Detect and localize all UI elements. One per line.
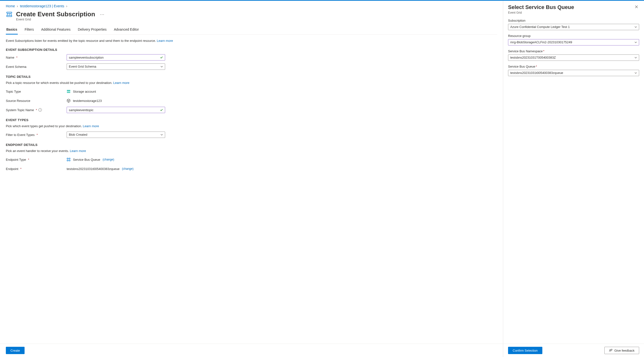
label-sb-namespace: Service Bus Namespace* — [508, 49, 639, 53]
breadcrumb-home[interactable]: Home — [6, 4, 15, 8]
tab-additional-features[interactable]: Additional Features — [40, 26, 71, 34]
confirm-selection-button[interactable]: Confirm Selection — [508, 347, 542, 354]
label-sb-queue: Service Bus Queue* — [508, 65, 639, 68]
svg-rect-0 — [7, 12, 12, 13]
endpoint-type-change[interactable]: change — [103, 158, 114, 161]
give-feedback-button[interactable]: Give feedback — [604, 347, 639, 354]
endpoint-type-value: Service Bus Queue — [73, 158, 100, 162]
more-actions-button[interactable]: ⋯ — [98, 11, 106, 18]
svg-rect-7 — [67, 160, 68, 161]
label-subscription: Subscription — [508, 19, 639, 22]
intro-text-body: Event Subscriptions listen for events em… — [6, 39, 157, 42]
svg-point-9 — [610, 350, 610, 350]
topic-helper: Pick a topic resource for which events s… — [6, 81, 497, 85]
topic-type-value: Storage account — [73, 90, 96, 94]
svg-rect-2 — [67, 90, 70, 91]
svg-rect-10 — [611, 349, 612, 350]
create-button[interactable]: Create — [6, 347, 24, 354]
subscription-select[interactable]: Azure Confidential Compute Ledger Test 1 — [508, 24, 639, 30]
tabs: Basics Filters Additional Features Deliv… — [6, 26, 497, 34]
give-feedback-label: Give feedback — [614, 349, 634, 352]
svg-rect-3 — [67, 91, 70, 92]
panel-title: Select Service Bus Queue — [508, 4, 634, 10]
intro-text: Event Subscriptions listen for events em… — [6, 39, 497, 42]
event-grid-icon — [6, 11, 13, 18]
sb-queue-select[interactable]: testsbns20231031t005400383zqueue — [508, 70, 639, 76]
info-icon[interactable]: i — [38, 108, 42, 112]
label-filter-event-types: Filter to Event Types* — [6, 133, 67, 137]
cube-icon — [67, 99, 70, 103]
label-source-resource: Source Resource — [6, 99, 67, 103]
select-queue-panel: Select Service Bus Queue Event Grid Subs… — [503, 1, 644, 357]
endpoint-helper: Pick an event handler to receive your ev… — [6, 149, 497, 153]
label-resource-group: Resource group — [508, 34, 639, 38]
panel-close-button[interactable] — [634, 4, 639, 10]
event-types-helper: Pick which event types get pushed to you… — [6, 124, 497, 128]
page-title: Create Event Subscription — [16, 10, 95, 18]
breadcrumb: Home › testdemostorage123 | Events › — [6, 3, 497, 10]
section-endpoint-details: ENDPOINT DETAILS — [6, 143, 497, 147]
topic-learn-more[interactable]: Learn more — [113, 81, 130, 85]
panel-subtitle: Event Grid — [508, 11, 634, 14]
breadcrumb-resource[interactable]: testdemostorage123 | Events — [20, 4, 64, 8]
tab-advanced-editor[interactable]: Advanced Editor — [113, 26, 139, 34]
person-feedback-icon — [609, 349, 612, 352]
source-resource-value: testdemostorage123 — [73, 99, 102, 103]
page-header: Create Event Subscription ⋯ — [6, 10, 497, 18]
system-topic-name-input[interactable] — [67, 107, 165, 113]
label-event-schema: Event Schema — [6, 65, 67, 68]
resource-group-select[interactable]: mrg-BlobStorageACLFin2-20231030175249 — [508, 39, 639, 46]
service-bus-queue-icon — [67, 158, 70, 162]
event-schema-select[interactable]: Event Grid Schema — [67, 64, 165, 70]
svg-rect-5 — [67, 158, 68, 159]
label-endpoint: Endpoint* — [6, 167, 67, 171]
page-subtitle: Event Grid — [16, 18, 497, 21]
section-event-types: EVENT TYPES — [6, 118, 497, 122]
filter-event-types-select[interactable]: Blob Created — [67, 132, 165, 138]
svg-rect-1 — [7, 15, 12, 16]
subscription-name-input[interactable] — [67, 54, 165, 60]
tab-delivery-properties[interactable]: Delivery Properties — [77, 26, 107, 34]
endpoint-value: testsbns20231031t005400383zqueue — [67, 167, 120, 171]
event-types-learn-more[interactable]: Learn more — [83, 124, 99, 128]
endpoint-learn-more[interactable]: Learn more — [70, 149, 86, 153]
endpoint-change[interactable]: change — [122, 167, 134, 170]
section-topic-details: TOPIC DETAILS — [6, 75, 497, 78]
chevron-right-icon: › — [17, 4, 18, 8]
label-system-topic-name: System Topic Name* i — [6, 108, 67, 112]
storage-account-icon — [67, 90, 70, 94]
main-footer: Create — [0, 344, 503, 357]
chevron-right-icon: › — [66, 4, 67, 8]
label-endpoint-type: Endpoint Type* — [6, 158, 67, 162]
section-subscription-details: EVENT SUBSCRIPTION DETAILS — [6, 48, 497, 52]
tab-filters[interactable]: Filters — [24, 26, 34, 34]
main-pane: Home › testdemostorage123 | Events › Cre… — [0, 1, 503, 357]
intro-learn-more[interactable]: Learn more — [157, 39, 173, 42]
tab-basics[interactable]: Basics — [6, 26, 18, 34]
svg-rect-8 — [69, 160, 70, 161]
main-scroll: Home › testdemostorage123 | Events › Cre… — [0, 1, 503, 344]
label-name: Name* — [6, 56, 67, 59]
label-topic-type: Topic Type — [6, 90, 67, 94]
sb-namespace-select[interactable]: testsbns20231031T005400383Z — [508, 54, 639, 61]
svg-rect-4 — [67, 92, 70, 93]
svg-rect-6 — [69, 158, 70, 159]
